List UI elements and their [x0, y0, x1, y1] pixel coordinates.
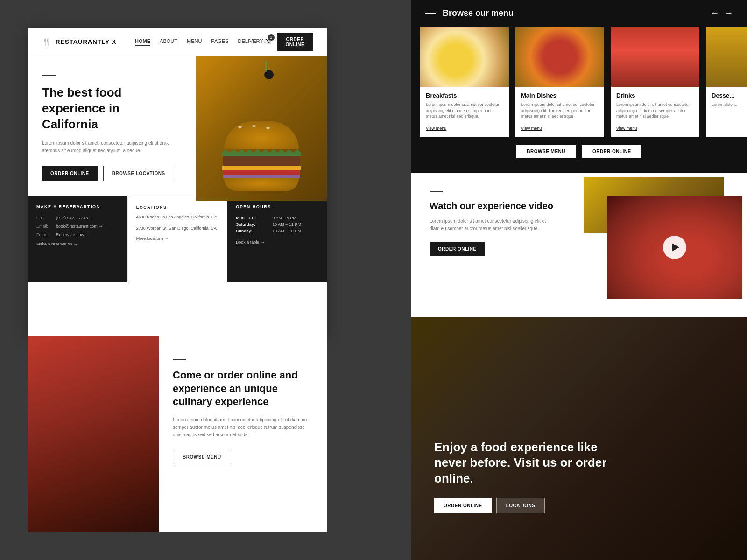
- reservation-call-row: Call: (917) 942 – 7243 →: [36, 216, 119, 220]
- menu-dash: [425, 13, 436, 14]
- drinks-desc: Lorem ipsum dolor sit amet consectetur a…: [616, 102, 694, 119]
- top-left-panel: 🍴 RESTAURANTLY X HOME ABOUT MENU PAGES D…: [28, 28, 327, 336]
- form-label: Form:: [36, 232, 53, 237]
- chicken-image: [28, 336, 159, 532]
- order-online-button[interactable]: ORDER ONLINE: [42, 166, 98, 181]
- menu-cards: Breakfasts Lorem ipsum dolor sit amet co…: [411, 27, 747, 137]
- menu-card-breakfasts: Breakfasts Lorem ipsum dolor sit amet co…: [420, 27, 509, 137]
- hours-title: OPEN HOURS: [236, 204, 318, 209]
- culinary-title: Come or order online and experience an u…: [173, 369, 313, 409]
- menu-header: Browse our menu ← →: [411, 0, 747, 27]
- email-label: Email:: [36, 224, 53, 229]
- cart-icon[interactable]: 🛍 1: [263, 37, 272, 47]
- video-dash: [430, 191, 443, 192]
- nav-links: HOME ABOUT MENU PAGES DELIVERY: [135, 38, 263, 46]
- drinks-link[interactable]: View menu: [616, 126, 637, 131]
- logo-icon: 🍴: [42, 37, 52, 46]
- cta-locations-button[interactable]: LOCATIONS: [496, 498, 545, 513]
- hero-desc: Lorem ipsum dolor sit amet, consectetur …: [42, 140, 178, 154]
- main-dishes-image: [515, 27, 604, 87]
- play-triangle-icon: [672, 243, 679, 252]
- info-boxes: MAKE A RESERVARTION Call: (917) 942 – 72…: [28, 196, 327, 282]
- hero-text: The best food experience in California L…: [28, 56, 192, 196]
- form-value[interactable]: Reservate now →: [56, 232, 90, 237]
- menu-card-drinks: Drinks Lorem ipsum dolor sit amet consec…: [611, 27, 699, 137]
- browse-locations-button[interactable]: BROWSE LOCATIONS: [103, 166, 174, 181]
- call-value[interactable]: (917) 942 – 7243 →: [56, 216, 93, 220]
- nav-about[interactable]: ABOUT: [160, 38, 177, 46]
- video-text: Watch our experience video Lorem ipsum d…: [411, 173, 572, 317]
- video-main-image: [607, 196, 742, 299]
- drinks-title: Drinks: [616, 92, 694, 99]
- video-desc: Lorem ipsum dolor sit amet consectetur a…: [430, 217, 554, 232]
- culinary-panel: Come or order online and experience an u…: [28, 336, 327, 532]
- nav-order-button[interactable]: ORDER ONLINE: [277, 33, 313, 51]
- breakfasts-title: Breakfasts: [426, 92, 503, 99]
- reservation-title: MAKE A RESERVARTION: [36, 204, 119, 209]
- sunday-label: Sunday:: [236, 229, 268, 233]
- culinary-text: Come or order online and experience an u…: [159, 336, 327, 532]
- location-2: 2736 Worden St. San Diego, California, C…: [136, 225, 219, 232]
- prev-arrow-button[interactable]: ←: [711, 8, 719, 18]
- video-order-button[interactable]: ORDER ONLINE: [430, 242, 485, 256]
- email-value[interactable]: book@restaurant.com →: [56, 224, 103, 229]
- play-button[interactable]: [663, 236, 686, 259]
- breakfasts-body: Breakfasts Lorem ipsum dolor sit amet co…: [420, 87, 509, 137]
- brand-name: RESTAURANTLY X: [56, 38, 116, 45]
- nav-delivery[interactable]: DELIVERY: [238, 38, 263, 46]
- cta-buttons: ORDER ONLINE LOCATIONS: [434, 498, 612, 513]
- reservation-box: MAKE A RESERVARTION Call: (917) 942 – 72…: [28, 196, 127, 282]
- main-dishes-body: Main Dishes Lorem ipsum dolor sit amet c…: [515, 87, 604, 137]
- hero-buttons: ORDER ONLINE BROWSE LOCATIONS: [42, 166, 178, 181]
- hero-section: The best food experience in California L…: [28, 56, 327, 196]
- cta-panel: Enjoy a food experience like never befor…: [411, 317, 747, 560]
- video-panel: Watch our experience video Lorem ipsum d…: [411, 173, 747, 317]
- burger-image: [196, 56, 327, 201]
- breakfasts-desc: Lorem ipsum dolor sit amet consectetur a…: [426, 102, 503, 119]
- locations-title: LOCATIONS: [136, 205, 219, 210]
- nav-pages[interactable]: PAGES: [211, 38, 228, 46]
- logo: 🍴 RESTAURANTLY X: [42, 37, 116, 46]
- main-dishes-desc: Lorem ipsum dolor sit amet consectetur a…: [521, 102, 599, 119]
- browse-menu-button[interactable]: BROWSE MENU: [516, 145, 576, 158]
- nav-menu[interactable]: MENU: [187, 38, 202, 46]
- next-arrow-button[interactable]: →: [725, 8, 733, 18]
- drinks-image: [611, 27, 699, 87]
- navbar: 🍴 RESTAURANTLY X HOME ABOUT MENU PAGES D…: [28, 28, 327, 56]
- hero-dash: [42, 75, 56, 76]
- cta-order-button[interactable]: ORDER ONLINE: [434, 498, 492, 513]
- video-title: Watch our experience video: [430, 200, 554, 212]
- reservation-email-row: Email: book@restaurant.com →: [36, 224, 119, 229]
- hero-image: [196, 56, 327, 201]
- menu-arrows: ← →: [711, 8, 733, 18]
- mon-fri-label: Mon – Fri:: [236, 216, 268, 220]
- culinary-dash: [173, 359, 186, 360]
- cta-overlay: Enjoy a food experience like never befor…: [411, 317, 747, 560]
- menu-card-dessert-partial: Desse... Lorem dolor...: [706, 27, 747, 137]
- nav-right: 🛍 1 ORDER ONLINE: [263, 33, 313, 51]
- dessert-desc: Lorem dolor...: [712, 102, 747, 108]
- breakfasts-link[interactable]: View menu: [426, 126, 446, 131]
- culinary-desc: Lorem ipsum dolor sit amet consectetur a…: [173, 416, 313, 439]
- saturday-value: 10 AM – 11 PM: [272, 222, 318, 227]
- hours-grid: Mon – Fri: 9 AM – 8 PM Saturday: 10 AM –…: [236, 216, 318, 233]
- cta-content: Enjoy a food experience like never befor…: [434, 440, 612, 513]
- main-dishes-link[interactable]: View menu: [521, 126, 542, 131]
- video-section: Watch our experience video Lorem ipsum d…: [411, 173, 747, 317]
- dessert-title: Desse...: [712, 92, 747, 99]
- menu-order-online-button[interactable]: ORDER ONLINE: [582, 145, 641, 158]
- drinks-body: Drinks Lorem ipsum dolor sit amet consec…: [611, 87, 699, 137]
- make-reservation-link[interactable]: Make a reservation →: [36, 242, 119, 246]
- hero-title: The best food experience in California: [42, 85, 178, 132]
- book-table-link[interactable]: Book a table →: [236, 240, 318, 245]
- video-images: [570, 173, 747, 317]
- nav-home[interactable]: HOME: [135, 38, 150, 46]
- hours-box: OPEN HOURS Mon – Fri: 9 AM – 8 PM Saturd…: [227, 196, 327, 282]
- more-locations-link[interactable]: More locations →: [136, 236, 219, 241]
- culinary-browse-button[interactable]: BROWSE MENU: [173, 450, 231, 464]
- sunday-value: 10 AM – 10 PM: [272, 229, 318, 233]
- locations-box: LOCATIONS 4600 Rodeo Ln Los Angeles, Cal…: [127, 196, 228, 282]
- menu-section-title: Browse our menu: [443, 8, 704, 18]
- menu-card-main: Main Dishes Lorem ipsum dolor sit amet c…: [515, 27, 604, 137]
- reservation-form-row: Form: Reservate now →: [36, 232, 119, 237]
